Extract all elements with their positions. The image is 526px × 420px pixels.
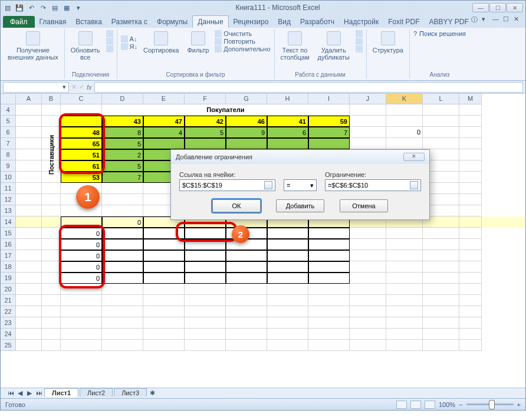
cell[interactable]: [459, 216, 482, 228]
cell[interactable]: 8: [102, 127, 143, 138]
new-sheet-button[interactable]: ✱: [148, 389, 156, 398]
cell[interactable]: [16, 329, 42, 340]
cell[interactable]: 2: [102, 149, 143, 160]
row-header[interactable]: 23: [1, 317, 16, 329]
cell[interactable]: [226, 250, 267, 261]
cell[interactable]: [423, 250, 459, 261]
cell[interactable]: 46: [226, 116, 267, 127]
cell[interactable]: 4: [143, 127, 185, 138]
cell[interactable]: [42, 329, 61, 340]
cell[interactable]: [102, 317, 143, 329]
cell[interactable]: [350, 239, 386, 250]
cell[interactable]: [459, 205, 482, 216]
cell[interactable]: [308, 284, 350, 295]
page-layout-view-button[interactable]: [410, 401, 421, 409]
cell[interactable]: [386, 116, 423, 127]
cell[interactable]: [350, 340, 386, 351]
cell[interactable]: [226, 306, 267, 317]
cell[interactable]: [143, 239, 185, 250]
cell[interactable]: [102, 228, 143, 239]
cell[interactable]: [308, 239, 350, 250]
row-header[interactable]: 24: [1, 329, 16, 340]
row-header[interactable]: 11: [1, 183, 16, 194]
cell[interactable]: [42, 205, 61, 216]
doc-min-icon[interactable]: —: [492, 15, 501, 24]
cell[interactable]: [350, 127, 386, 138]
row-header[interactable]: 18: [1, 261, 16, 273]
cell[interactable]: 5: [185, 127, 226, 138]
cell[interactable]: 0: [61, 273, 102, 284]
cell[interactable]: [386, 239, 423, 250]
cell[interactable]: [350, 116, 386, 127]
row-header[interactable]: 13: [1, 205, 16, 216]
cell[interactable]: [61, 317, 102, 329]
cell[interactable]: [16, 205, 42, 216]
cell[interactable]: [350, 306, 386, 317]
tab-insert[interactable]: Вставка: [71, 16, 107, 28]
cell[interactable]: [459, 340, 482, 351]
maximize-button[interactable]: ☐: [489, 3, 506, 12]
cell[interactable]: [42, 295, 61, 306]
col-header[interactable]: I: [308, 94, 350, 104]
cell[interactable]: [308, 306, 350, 317]
tab-nav-first[interactable]: ⏮: [6, 389, 15, 398]
cell[interactable]: [459, 194, 482, 205]
cell[interactable]: [16, 127, 42, 138]
cell[interactable]: [423, 138, 459, 149]
cell[interactable]: [102, 329, 143, 340]
col-header[interactable]: G: [226, 94, 267, 104]
tab-review[interactable]: Рецензиро: [229, 16, 274, 28]
row-header[interactable]: 25: [1, 340, 16, 351]
cell[interactable]: [185, 340, 226, 351]
enter-formula-icon[interactable]: ✓: [79, 83, 84, 91]
cell[interactable]: [61, 340, 102, 351]
clear-filter-button[interactable]: Очистить: [215, 30, 270, 37]
tab-nav-prev[interactable]: ◀: [16, 389, 24, 398]
zoom-level[interactable]: 100%: [439, 401, 455, 408]
cell[interactable]: [42, 261, 61, 273]
cell[interactable]: [308, 329, 350, 340]
range-picker-icon[interactable]: [410, 181, 418, 189]
cell[interactable]: [143, 317, 185, 329]
cell[interactable]: 43: [102, 116, 143, 127]
cell[interactable]: 48: [61, 127, 102, 138]
cell[interactable]: [42, 183, 61, 194]
cell[interactable]: [143, 329, 185, 340]
fx-button[interactable]: fx: [87, 84, 92, 91]
cell[interactable]: [16, 216, 42, 228]
consolidate-button[interactable]: [356, 38, 363, 45]
tab-nav-next[interactable]: ▶: [25, 389, 34, 398]
cell[interactable]: [16, 295, 42, 306]
cell[interactable]: [267, 138, 308, 149]
undo-icon[interactable]: ↶: [27, 3, 36, 12]
cell[interactable]: [16, 172, 42, 183]
sheet-tab-2[interactable]: Лист2: [80, 388, 113, 397]
cell-ref-input[interactable]: $C$15:$C$19: [179, 179, 275, 191]
cell[interactable]: [185, 284, 226, 295]
cell[interactable]: [308, 295, 350, 306]
col-header[interactable]: L: [423, 94, 459, 104]
cell[interactable]: [267, 228, 308, 239]
cell[interactable]: [16, 284, 42, 295]
cell[interactable]: [42, 340, 61, 351]
cell[interactable]: [423, 239, 459, 250]
cell[interactable]: [16, 160, 42, 172]
cell[interactable]: [226, 261, 267, 273]
file-tab[interactable]: Файл: [3, 16, 35, 28]
cell[interactable]: [386, 138, 423, 149]
row-header[interactable]: 20: [1, 284, 16, 295]
cell[interactable]: [459, 172, 482, 183]
cell[interactable]: 0: [61, 239, 102, 250]
tab-addins[interactable]: Надстройк: [339, 16, 383, 28]
tab-developer[interactable]: Разработч: [295, 16, 339, 28]
cell[interactable]: [459, 116, 482, 127]
add-button[interactable]: Добавить: [276, 199, 324, 212]
cell[interactable]: [267, 284, 308, 295]
cell[interactable]: [102, 273, 143, 284]
cell[interactable]: [42, 194, 61, 205]
cell[interactable]: [16, 116, 42, 127]
cancel-button[interactable]: Отмена: [340, 199, 388, 212]
cell[interactable]: 6: [267, 127, 308, 138]
cell[interactable]: [459, 160, 482, 172]
cell[interactable]: 5: [102, 160, 143, 172]
